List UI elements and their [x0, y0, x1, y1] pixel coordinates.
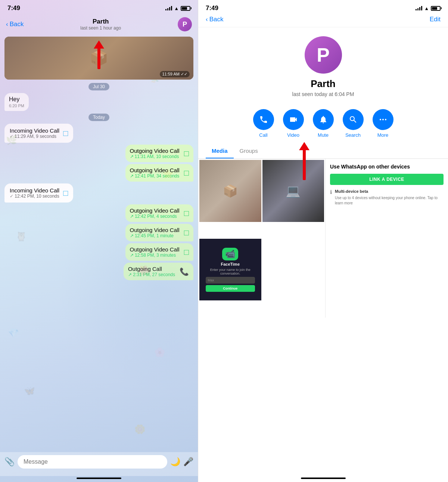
call-action-button[interactable]: Call [253, 109, 274, 138]
profile-status: last seen today at 6:04 PM [292, 91, 354, 97]
date-badge-today: Today [88, 114, 109, 121]
video-icon-out-2: □ [184, 168, 189, 178]
profile-name: Parth [311, 78, 335, 90]
signal-icon [165, 6, 172, 10]
msg-outgoing-video-1: Outgoing Video Call ↗ 11:31 AM, 10 secon… [125, 145, 193, 162]
chat-messages: 📦 11:59 AM ✓✓ Jul 30 Hey [0, 35, 198, 452]
mute-label: Mute [318, 132, 329, 138]
msg-outgoing-video-2: Outgoing Video Call ↗ 12:41 PM, 34 secon… [125, 164, 193, 182]
nav-bar-right: ‹ Back Edit [198, 14, 448, 27]
content-area: 📦 💻 📹 FaceTime Enter your name to join t… [198, 159, 448, 318]
home-indicator-right [301, 478, 346, 479]
message-hey: Hey 6:20 PM [4, 93, 29, 111]
sticker-button[interactable]: 🌙 [170, 457, 180, 467]
video-call-icon-1: □ [63, 129, 68, 138]
back-label-left: Back [10, 21, 24, 28]
profile-section: P Parth last seen today at 6:04 PM [198, 27, 448, 103]
call-circle [253, 109, 274, 130]
more-label: More [377, 132, 389, 138]
wifi-icon: ▲ [174, 6, 179, 11]
battery-icon [181, 6, 190, 11]
multi-device-title: Multi-device beta [335, 189, 444, 194]
phone-icon-out: 📞 [180, 267, 189, 276]
edit-button[interactable]: Edit [430, 16, 441, 23]
nav-bar-left: ‹ Back Parth last seen 1 hour ago P [0, 14, 198, 35]
action-buttons-row: Call Video Mute [198, 103, 448, 144]
multi-device-info: ℹ Multi-device beta Use up to 4 devices … [330, 189, 444, 206]
tabs-bar: Media Groups [198, 144, 448, 159]
status-icons-left: ▲ [165, 6, 190, 11]
message-input[interactable] [18, 455, 167, 469]
contact-name-left: Parth [93, 18, 109, 25]
status-bar-right: 7:49 ▲ [198, 0, 448, 14]
back-label-right: Back [209, 16, 224, 23]
video-action-button[interactable]: Video [283, 109, 304, 138]
chevron-left-icon-right: ‹ [206, 16, 208, 23]
video-icon-out-1: □ [184, 149, 189, 158]
media-timestamp: 11:59 AM ✓✓ [160, 71, 190, 77]
msg-incoming-video-2: Incoming Video Call ✓ 12:42 PM, 10 secon… [4, 183, 73, 203]
video-icon-out-5: □ [184, 247, 189, 257]
wifi-icon-right: ▲ [424, 6, 429, 11]
more-circle [373, 109, 393, 130]
tab-media[interactable]: Media [206, 144, 234, 158]
mute-circle [313, 109, 334, 130]
video-call-icon-2: □ [63, 188, 68, 198]
attach-button[interactable]: 📎 [4, 457, 15, 467]
home-indicator-left [77, 478, 121, 479]
media-grid: 📦 💻 📹 FaceTime Enter your name to join t… [198, 159, 325, 318]
back-button-right[interactable]: ‹ Back [206, 16, 223, 23]
link-device-button[interactable]: LINK A DEVICE [330, 174, 444, 185]
video-circle [283, 109, 304, 130]
info-icon: ℹ [330, 189, 332, 196]
video-icon-out-4: □ [184, 228, 189, 238]
search-label: Search [345, 132, 361, 138]
mic-button[interactable]: 🎤 [183, 457, 193, 467]
avatar-left[interactable]: P [178, 17, 192, 31]
whatsapp-other-devices-panel: Use WhatsApp on other devices LINK A DEV… [325, 159, 448, 318]
media-thumb-3[interactable]: 📹 FaceTime Enter your name to join the c… [199, 239, 261, 301]
contact-subtitle-left: last seen 1 hour ago [80, 25, 121, 31]
search-action-button[interactable]: Search [343, 109, 364, 138]
time-left: 7:49 [7, 4, 20, 12]
battery-icon-right [431, 6, 441, 11]
msg-outgoing-video-4: Outgoing Video Call ↗ 12:45 PM, 1 minute… [125, 224, 193, 241]
chevron-left-icon: ‹ [6, 21, 8, 28]
date-badge-jul30: Jul 30 [88, 83, 109, 90]
svg-point-0 [380, 119, 381, 120]
svg-point-2 [385, 119, 386, 120]
back-button-left[interactable]: ‹ Back [6, 21, 24, 28]
status-bar-left: 7:49 ▲ [0, 0, 198, 14]
video-label: Video [287, 132, 299, 138]
tab-groups[interactable]: Groups [234, 144, 264, 158]
signal-icon-right [416, 6, 422, 10]
nav-title-left: Parth last seen 1 hour ago [80, 18, 121, 31]
search-circle [343, 109, 364, 130]
status-icons-right: ▲ [416, 6, 441, 11]
call-label: Call [259, 132, 267, 138]
media-thumb-1[interactable]: 📦 [199, 160, 261, 222]
input-bar: 📎 🌙 🎤 [0, 452, 198, 476]
mute-action-button[interactable]: Mute [313, 109, 334, 138]
msg-incoming-video-1: Incoming Video Call ✓ 11:29 AM, 9 second… [4, 124, 73, 143]
whatsapp-panel-title: Use WhatsApp on other devices [330, 163, 444, 170]
svg-point-1 [382, 119, 384, 120]
multi-device-subtext: Use up to 4 devices without keeping your… [335, 195, 444, 206]
media-image: 📦 11:59 AM ✓✓ [4, 37, 193, 80]
video-icon-out-3: □ [184, 208, 189, 218]
msg-outgoing-call: Outgoing Call ↗ 2:31 PM, 27 seconds 📞 [124, 263, 193, 280]
time-right: 7:49 [206, 4, 218, 12]
media-thumb-2[interactable]: 💻 [262, 160, 324, 222]
profile-avatar: P [305, 36, 342, 74]
msg-outgoing-video-5: Outgoing Video Call ↗ 12:58 PM, 3 minute… [125, 243, 193, 261]
more-action-button[interactable]: More [373, 109, 393, 138]
msg-outgoing-video-3: Outgoing Video Call ↗ 12:42 PM, 4 second… [125, 204, 193, 222]
